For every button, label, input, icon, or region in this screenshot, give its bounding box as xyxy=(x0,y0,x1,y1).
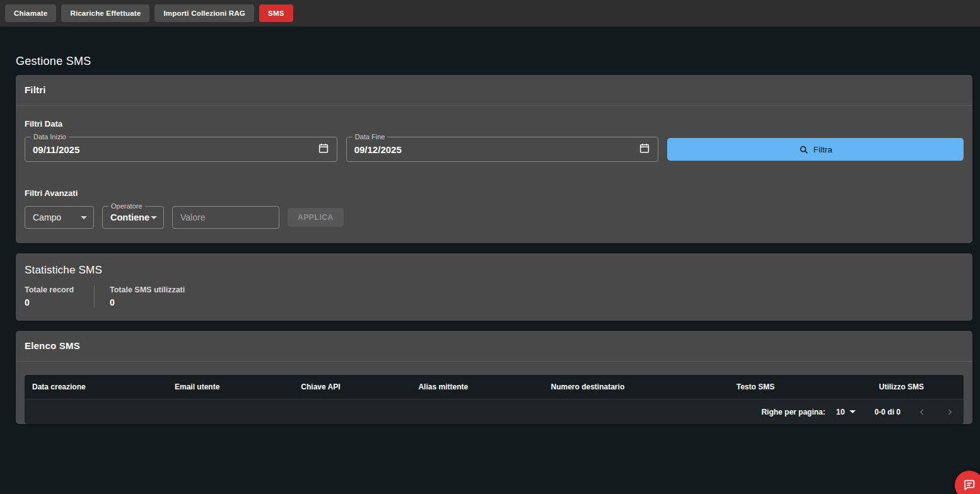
stat-total-sms-used-label: Totale SMS utilizzati xyxy=(110,285,185,294)
column-header-email-utente: Email utente xyxy=(167,382,293,391)
pagination-next-button[interactable] xyxy=(943,406,956,418)
top-nav-bar: Chiamate Ricariche Effettuate Importi Co… xyxy=(0,0,980,26)
sms-table-header-row: Data creazione Email utente Chiave API A… xyxy=(25,375,964,399)
calendar-icon[interactable] xyxy=(639,142,650,156)
column-header-chiave-api: Chiave API xyxy=(293,382,411,391)
stats-card-title: Statistiche SMS xyxy=(25,264,964,277)
sms-list-card: Elenco SMS Data creazione Email utente C… xyxy=(16,331,972,424)
pagination-range-label: 0-0 di 0 xyxy=(875,408,901,416)
filter-button-label: Filtra xyxy=(814,145,832,154)
stat-total-sms-used-value: 0 xyxy=(110,297,185,307)
rows-per-page-value: 10 xyxy=(836,408,845,416)
stat-total-sms-used: Totale SMS utilizzati 0 xyxy=(110,285,185,307)
main-content: Gestione SMS Filtri Filtri Data Data Ini… xyxy=(0,55,980,424)
filter-button[interactable]: Filtra xyxy=(667,138,964,161)
nav-button-chiamate[interactable]: Chiamate xyxy=(5,4,56,22)
stats-card: Statistiche SMS Totale record 0 Totale S… xyxy=(16,253,972,321)
nav-button-importi-collezioni-rag[interactable]: Importi Collezioni RAG xyxy=(155,4,254,22)
start-date-value[interactable]: 09/11/2025 xyxy=(33,144,318,155)
end-date-field[interactable]: Data Fine 09/12/2025 xyxy=(346,137,659,162)
rows-per-page-label: Righe per pagina: xyxy=(761,408,825,416)
field-select-value: Campo xyxy=(33,212,61,222)
column-header-data-creazione: Data creazione xyxy=(25,382,167,391)
stat-total-records-value: 0 xyxy=(25,297,79,307)
nav-button-sms-active[interactable]: SMS xyxy=(259,4,293,22)
column-header-alias-mittente: Alias mittente xyxy=(411,382,543,391)
operator-select-label: Operatore xyxy=(108,202,145,210)
chevron-left-icon xyxy=(917,407,927,417)
apply-button[interactable]: APPLICA xyxy=(288,208,344,227)
search-icon xyxy=(799,145,808,154)
sms-table: Data creazione Email utente Chiave API A… xyxy=(25,375,964,424)
caret-down-icon xyxy=(151,216,157,219)
start-date-field[interactable]: Data Inizio 09/11/2025 xyxy=(25,137,337,162)
stats-vertical-divider xyxy=(94,285,95,307)
stat-total-records-label: Totale record xyxy=(25,285,79,294)
column-header-utilizzo-sms: Utilizzo SMS xyxy=(872,382,964,391)
column-header-testo-sms: Testo SMS xyxy=(729,382,872,391)
chevron-right-icon xyxy=(945,407,955,417)
filters-card-title: Filtri xyxy=(25,84,964,95)
operator-select-value: Contiene xyxy=(110,212,149,222)
end-date-value[interactable]: 09/12/2025 xyxy=(354,144,639,155)
chat-bubble-icon xyxy=(962,478,976,492)
operator-select[interactable]: Operatore Contiene xyxy=(102,206,164,229)
advanced-filters-heading: Filtri Avanzati xyxy=(25,188,964,198)
caret-down-icon xyxy=(849,410,856,413)
end-date-label: Data Fine xyxy=(353,133,388,141)
calendar-icon[interactable] xyxy=(318,142,329,156)
sms-list-card-divider xyxy=(16,361,972,362)
caret-down-icon xyxy=(81,216,87,219)
value-input[interactable] xyxy=(172,206,279,229)
sms-list-card-title: Elenco SMS xyxy=(25,340,964,351)
filters-card: Filtri Filtri Data Data Inizio 09/11/202… xyxy=(16,75,972,243)
column-header-numero-destinatario: Numero destinatario xyxy=(544,382,729,391)
field-select[interactable]: Campo xyxy=(25,206,94,229)
date-filters-heading: Filtri Data xyxy=(25,119,964,129)
sms-table-pagination-row: Righe per pagina: 10 0-0 di 0 xyxy=(25,399,964,424)
stat-total-records: Totale record 0 xyxy=(25,285,79,307)
rows-per-page-select[interactable]: 10 xyxy=(836,408,856,416)
nav-button-ricariche-effettuate[interactable]: Ricariche Effettuate xyxy=(61,4,149,22)
page-title: Gestione SMS xyxy=(16,55,972,68)
pagination-prev-button[interactable] xyxy=(916,406,928,418)
chat-fab-button[interactable] xyxy=(955,471,980,494)
start-date-label: Data Inizio xyxy=(31,133,69,141)
